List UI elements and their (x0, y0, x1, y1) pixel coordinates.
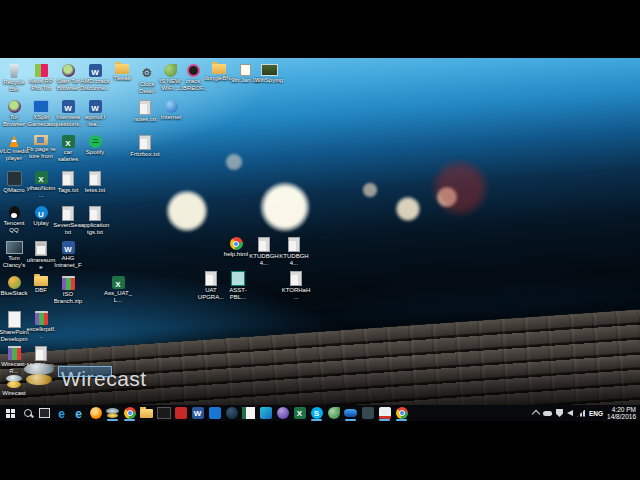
taskbar-search-button[interactable] (19, 405, 36, 421)
taskbar-firefox-button[interactable] (87, 405, 104, 421)
taskbar-blue-app-button[interactable] (206, 405, 223, 421)
desktop-icon-label: XSplit Gamecaster (26, 114, 56, 127)
desktop-icon[interactable]: KTORHaH... (281, 271, 311, 300)
video-frame: Recycle BinAsus RP Pro TipStart Tor Brow… (0, 0, 640, 480)
chrome-icon (230, 237, 243, 250)
desktop-icon[interactable]: help.html (221, 237, 251, 258)
desktop-icon[interactable]: KTUDBGH4... (279, 237, 309, 266)
taskbar-skype-button[interactable]: S (308, 405, 325, 421)
desktop-icon-label: KTUDBGH4... (249, 253, 279, 266)
desktop-icon-label: VLC media player (0, 148, 29, 161)
taskbar-excel-page-button[interactable] (240, 405, 257, 421)
taskbar-task-view-button[interactable] (36, 405, 53, 421)
taskbar-icons: eeWXS (2, 405, 410, 421)
taskbar-cmd-button[interactable] (155, 405, 172, 421)
desktop-icon[interactable]: Fritzbox.txt (130, 135, 160, 158)
taskbar-red-app-button[interactable] (172, 405, 189, 421)
desktop-icon[interactable]: Recycle Bin (0, 64, 29, 92)
gear-icon: ⚙ (142, 64, 153, 80)
desktop-icon[interactable]: XAss_UAT_L... (103, 276, 133, 303)
taskbar-purple-app-button[interactable] (274, 405, 291, 421)
bokeh-light (430, 158, 490, 218)
desktop-icon[interactable]: ISO Branch.zip (53, 276, 83, 304)
desktop-icon[interactable]: BlueStack (0, 276, 29, 297)
taskbar-mail-app-button[interactable] (376, 405, 393, 421)
desktop-icon[interactable]: Fb page re tore from no (26, 135, 56, 159)
desktop-icon[interactable]: WifiSpying (254, 64, 284, 84)
desktop-icon[interactable]: DBF (26, 276, 56, 294)
desktop-icon-label: Tencent QQ (0, 220, 29, 233)
taskbar-leaf-app-button[interactable] (325, 405, 342, 421)
desktop-icon[interactable]: WInterview questions... (53, 100, 83, 127)
desktop-icon[interactable]: Wwpmol l fea... (80, 100, 110, 127)
desktop-icon[interactable]: Xcar salaries (53, 135, 83, 162)
folder-icon (212, 64, 226, 74)
desktop-icon[interactable]: Tags.txt (53, 171, 83, 194)
image-icon (6, 241, 23, 254)
taskbar-ie-button[interactable]: e (70, 405, 87, 421)
desktop-icon-label: wpmol l fea... (80, 114, 110, 127)
desktop-icon[interactable]: Tor Browser (0, 100, 29, 127)
winrar-icon (8, 346, 21, 360)
desktop-icon[interactable]: Asus RP Pro Tip (26, 64, 56, 91)
desktop-icon[interactable]: WAMD crack Disconne... (80, 64, 110, 91)
word-icon: W (62, 241, 75, 254)
taskbar-onedrive-button[interactable] (342, 405, 359, 421)
taskbar-photos-button[interactable] (257, 405, 274, 421)
taskbar-edge-button[interactable]: e (53, 405, 70, 421)
page-icon (205, 271, 217, 286)
language-indicator[interactable]: ENG (589, 410, 603, 417)
desktop-icon[interactable]: KTUDBGH4... (249, 237, 279, 266)
desktop-icon-label: SevenSea.txt (53, 222, 83, 235)
onedrive-tray-icon[interactable] (543, 411, 552, 416)
clock[interactable]: 4:20 PM 14/8/2016 (607, 406, 636, 420)
desktop-icon[interactable]: Tom Clancy's The Division (0, 241, 29, 268)
desktop-icon[interactable]: Spotify (80, 135, 110, 156)
taskbar-dark-app-button[interactable] (359, 405, 376, 421)
excel-icon: X (62, 135, 75, 148)
excel-icon: X (35, 171, 48, 184)
desktop-icon[interactable]: WAHG Intranet_Fu... (53, 241, 83, 268)
hidden-icons-chevron-up-icon[interactable] (532, 410, 540, 418)
folder-icon (34, 276, 48, 286)
taskbar-chrome-button[interactable] (121, 405, 138, 421)
network-signal-icon[interactable] (577, 410, 585, 417)
taskbar-chrome-button[interactable] (393, 405, 410, 421)
desktop-icon[interactable]: VLC media player (0, 135, 29, 161)
leaf-icon (164, 64, 177, 77)
desktop-icon[interactable]: ultraresume (26, 241, 56, 270)
security-shield-icon[interactable] (556, 409, 563, 417)
desktop-icon[interactable]: letss.txt (80, 171, 110, 194)
edge-icon: e (58, 404, 65, 422)
desktop-icon[interactable]: UUplay (26, 206, 56, 227)
desktop-icon[interactable]: XSplit Gamecaster (26, 100, 56, 127)
desktop-icon[interactable]: SevenSea.txt (53, 206, 83, 235)
taskbar-excel-button[interactable]: X (291, 405, 308, 421)
bokeh-light (225, 153, 243, 171)
desktop-icon-label: AMD crack Disconne... (80, 78, 110, 91)
page-icon (290, 271, 302, 286)
taskbar-file-explorer-button[interactable] (138, 405, 155, 421)
desktop-icon-label: ISO Branch.zip (53, 291, 83, 304)
volume-icon[interactable] (567, 410, 573, 416)
desktop-icon[interactable]: UAT UPGRA... (196, 271, 226, 300)
desktop-icon[interactable]: QMacro (0, 171, 29, 194)
desktop-icon[interactable]: application tgs.txt (80, 206, 110, 235)
desktop-icon[interactable]: XyihaoNotm... (26, 171, 56, 198)
desktop-icon[interactable]: excelkrpdf... (26, 311, 56, 339)
desktop-icon[interactable]: Internet (156, 100, 186, 121)
word-icon: W (89, 100, 102, 113)
desktop-icon[interactable]: SharePoint Developme... (0, 311, 29, 342)
globe-icon (165, 100, 178, 113)
taskbar-word-button[interactable]: W (189, 405, 206, 421)
taskbar-start-button[interactable] (2, 405, 19, 421)
desktop-icon[interactable]: Tencent QQ (0, 206, 29, 233)
desktop-icon-label: Start Tor Browser (53, 78, 83, 91)
taskbar-wirecast-button[interactable] (104, 405, 121, 421)
desktop-icon[interactable]: Start Tor Browser (53, 64, 83, 91)
desktop-icon-label: Spotify (80, 149, 110, 156)
taskbar-steam-button[interactable] (223, 405, 240, 421)
taskbar: eeWXS ENG 4:20 PM 14/8/2016 (0, 405, 640, 421)
desktop-icon[interactable]: ASST-PBL... (223, 271, 253, 300)
desktop[interactable]: Recycle BinAsus RP Pro TipStart Tor Brow… (0, 58, 640, 405)
